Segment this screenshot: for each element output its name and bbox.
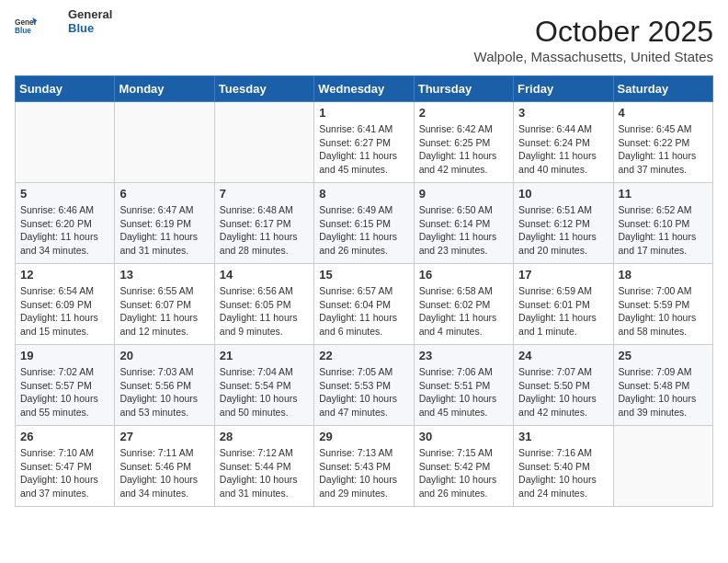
calendar-day-cell: 1Sunrise: 6:41 AM Sunset: 6:27 PM Daylig… [314, 102, 414, 183]
day-info: Sunrise: 6:48 AM Sunset: 6:17 PM Dayligh… [220, 203, 309, 258]
day-number: 19 [20, 349, 109, 362]
calendar-week-row: 5Sunrise: 6:46 AM Sunset: 6:20 PM Daylig… [16, 183, 713, 264]
calendar-week-row: 26Sunrise: 7:10 AM Sunset: 5:47 PM Dayli… [16, 426, 713, 507]
calendar-day-cell: 22Sunrise: 7:05 AM Sunset: 5:53 PM Dayli… [314, 345, 414, 426]
calendar-day-cell: 18Sunrise: 7:00 AM Sunset: 5:59 PM Dayli… [613, 264, 712, 345]
day-of-week-header: Monday [115, 76, 214, 102]
calendar-day-cell: 28Sunrise: 7:12 AM Sunset: 5:44 PM Dayli… [214, 426, 313, 507]
calendar-day-cell: 2Sunrise: 6:42 AM Sunset: 6:25 PM Daylig… [414, 102, 513, 183]
day-of-week-header: Wednesday [314, 76, 414, 102]
calendar-table: SundayMondayTuesdayWednesdayThursdayFrid… [15, 75, 713, 507]
svg-text:Blue: Blue [15, 27, 31, 35]
location: Walpole, Massachusetts, United States [474, 49, 713, 64]
calendar-day-cell [214, 102, 313, 183]
day-info: Sunrise: 7:07 AM Sunset: 5:50 PM Dayligh… [518, 365, 608, 419]
logo-blue-text: Blue [68, 21, 112, 35]
day-number: 6 [119, 187, 209, 201]
title-block: October 2025 Walpole, Massachusetts, Uni… [474, 15, 713, 64]
calendar-day-cell: 23Sunrise: 7:06 AM Sunset: 5:51 PM Dayli… [414, 345, 513, 426]
calendar-week-row: 1Sunrise: 6:41 AM Sunset: 6:27 PM Daylig… [16, 102, 713, 183]
logo-general-text: General [68, 7, 112, 21]
day-number: 10 [518, 187, 608, 201]
day-info: Sunrise: 7:09 AM Sunset: 5:48 PM Dayligh… [619, 365, 708, 419]
calendar-day-cell: 14Sunrise: 6:56 AM Sunset: 6:05 PM Dayli… [214, 264, 313, 345]
day-info: Sunrise: 7:15 AM Sunset: 5:42 PM Dayligh… [419, 446, 508, 500]
calendar-day-cell: 10Sunrise: 6:51 AM Sunset: 6:12 PM Dayli… [514, 183, 613, 264]
day-number: 21 [220, 349, 309, 362]
day-number: 5 [20, 187, 109, 201]
calendar-day-cell: 3Sunrise: 6:44 AM Sunset: 6:24 PM Daylig… [514, 102, 613, 183]
day-info: Sunrise: 6:56 AM Sunset: 6:05 PM Dayligh… [220, 284, 309, 339]
day-number: 13 [119, 268, 209, 282]
day-info: Sunrise: 6:44 AM Sunset: 6:24 PM Dayligh… [518, 122, 608, 177]
day-number: 16 [419, 268, 508, 282]
day-info: Sunrise: 6:46 AM Sunset: 6:20 PM Dayligh… [20, 203, 109, 258]
calendar-day-cell: 26Sunrise: 7:10 AM Sunset: 5:47 PM Dayli… [16, 426, 115, 507]
day-number: 23 [419, 349, 508, 362]
day-info: Sunrise: 6:55 AM Sunset: 6:07 PM Dayligh… [119, 284, 209, 339]
calendar-day-cell: 11Sunrise: 6:52 AM Sunset: 6:10 PM Dayli… [613, 183, 712, 264]
day-info: Sunrise: 6:59 AM Sunset: 6:01 PM Dayligh… [518, 284, 608, 339]
logo: General Blue General Blue [15, 15, 112, 37]
day-number: 8 [319, 187, 408, 201]
day-info: Sunrise: 7:05 AM Sunset: 5:53 PM Dayligh… [319, 365, 408, 419]
day-info: Sunrise: 6:49 AM Sunset: 6:15 PM Dayligh… [319, 203, 408, 258]
day-info: Sunrise: 6:42 AM Sunset: 6:25 PM Dayligh… [419, 122, 508, 177]
day-number: 4 [619, 106, 708, 120]
calendar-day-cell: 5Sunrise: 6:46 AM Sunset: 6:20 PM Daylig… [16, 183, 115, 264]
month-title: October 2025 [474, 15, 713, 49]
calendar-header-row: SundayMondayTuesdayWednesdayThursdayFrid… [16, 76, 713, 102]
day-number: 14 [220, 268, 309, 282]
calendar-day-cell: 9Sunrise: 6:50 AM Sunset: 6:14 PM Daylig… [414, 183, 513, 264]
day-number: 20 [119, 349, 209, 362]
day-info: Sunrise: 6:57 AM Sunset: 6:04 PM Dayligh… [319, 284, 408, 339]
calendar-day-cell: 21Sunrise: 7:04 AM Sunset: 5:54 PM Dayli… [214, 345, 313, 426]
page-header: General Blue General Blue October 2025 W… [15, 15, 713, 64]
day-of-week-header: Friday [514, 76, 613, 102]
calendar-day-cell: 16Sunrise: 6:58 AM Sunset: 6:02 PM Dayli… [414, 264, 513, 345]
calendar-day-cell: 7Sunrise: 6:48 AM Sunset: 6:17 PM Daylig… [214, 183, 313, 264]
day-number: 15 [319, 268, 408, 282]
day-of-week-header: Sunday [16, 76, 115, 102]
calendar-day-cell: 30Sunrise: 7:15 AM Sunset: 5:42 PM Dayli… [414, 426, 513, 507]
day-info: Sunrise: 6:50 AM Sunset: 6:14 PM Dayligh… [419, 203, 508, 258]
calendar-day-cell [16, 102, 115, 183]
calendar-day-cell: 6Sunrise: 6:47 AM Sunset: 6:19 PM Daylig… [115, 183, 214, 264]
calendar-day-cell: 19Sunrise: 7:02 AM Sunset: 5:57 PM Dayli… [16, 345, 115, 426]
calendar-day-cell [613, 426, 712, 507]
logo-icon: General Blue [15, 15, 37, 37]
day-number: 17 [518, 268, 608, 282]
day-info: Sunrise: 7:04 AM Sunset: 5:54 PM Dayligh… [220, 365, 309, 419]
calendar-day-cell: 31Sunrise: 7:16 AM Sunset: 5:40 PM Dayli… [514, 426, 613, 507]
day-number: 30 [419, 430, 508, 443]
day-number: 25 [619, 349, 708, 362]
day-of-week-header: Thursday [414, 76, 513, 102]
day-number: 1 [319, 106, 408, 120]
day-info: Sunrise: 7:16 AM Sunset: 5:40 PM Dayligh… [518, 446, 608, 500]
calendar-day-cell: 27Sunrise: 7:11 AM Sunset: 5:46 PM Dayli… [115, 426, 214, 507]
calendar-day-cell: 12Sunrise: 6:54 AM Sunset: 6:09 PM Dayli… [16, 264, 115, 345]
day-number: 2 [419, 106, 508, 120]
day-number: 31 [518, 430, 608, 443]
day-number: 9 [419, 187, 508, 201]
day-info: Sunrise: 6:54 AM Sunset: 6:09 PM Dayligh… [20, 284, 109, 339]
calendar-week-row: 12Sunrise: 6:54 AM Sunset: 6:09 PM Dayli… [16, 264, 713, 345]
day-info: Sunrise: 6:51 AM Sunset: 6:12 PM Dayligh… [518, 203, 608, 258]
calendar-day-cell: 20Sunrise: 7:03 AM Sunset: 5:56 PM Dayli… [115, 345, 214, 426]
day-number: 7 [220, 187, 309, 201]
calendar-day-cell: 29Sunrise: 7:13 AM Sunset: 5:43 PM Dayli… [314, 426, 414, 507]
calendar-day-cell: 15Sunrise: 6:57 AM Sunset: 6:04 PM Dayli… [314, 264, 414, 345]
day-number: 28 [220, 430, 309, 443]
day-number: 22 [319, 349, 408, 362]
calendar-day-cell: 24Sunrise: 7:07 AM Sunset: 5:50 PM Dayli… [514, 345, 613, 426]
calendar-day-cell: 8Sunrise: 6:49 AM Sunset: 6:15 PM Daylig… [314, 183, 414, 264]
day-info: Sunrise: 6:52 AM Sunset: 6:10 PM Dayligh… [619, 203, 708, 258]
calendar-day-cell [115, 102, 214, 183]
day-info: Sunrise: 7:12 AM Sunset: 5:44 PM Dayligh… [220, 446, 309, 500]
day-info: Sunrise: 6:41 AM Sunset: 6:27 PM Dayligh… [319, 122, 408, 177]
day-number: 26 [20, 430, 109, 443]
day-info: Sunrise: 7:00 AM Sunset: 5:59 PM Dayligh… [619, 284, 708, 339]
day-number: 24 [518, 349, 608, 362]
day-info: Sunrise: 6:47 AM Sunset: 6:19 PM Dayligh… [119, 203, 209, 258]
day-info: Sunrise: 7:10 AM Sunset: 5:47 PM Dayligh… [20, 446, 109, 500]
